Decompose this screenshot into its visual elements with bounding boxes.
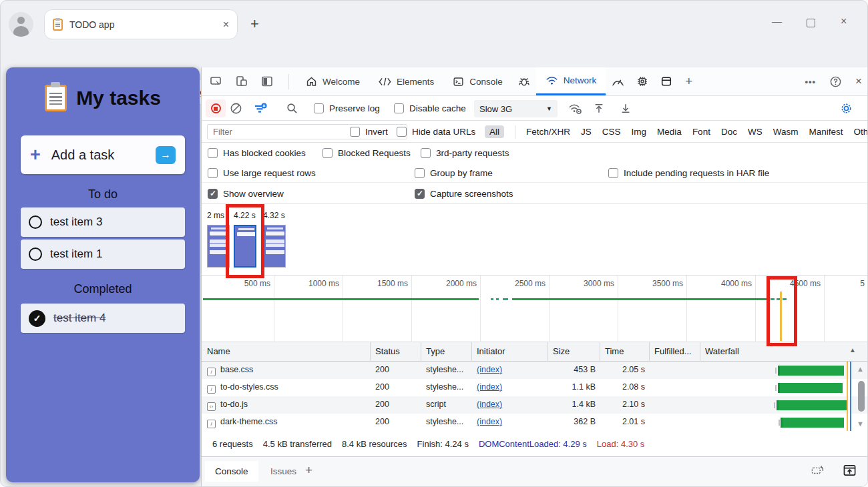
column-status[interactable]: Status (375, 346, 400, 356)
tab-close-icon[interactable]: × (223, 19, 229, 31)
screenshot-filmstrip: 2 ms 4.22 s 4.32 s (202, 204, 868, 276)
column-size[interactable]: Size (553, 346, 570, 356)
request-row[interactable]: /base.css 200 styleshe... (index) 453 B … (202, 362, 868, 379)
tab-network[interactable]: Network (536, 67, 606, 95)
inspect-element-icon[interactable] (210, 75, 223, 88)
blocked-requests-option[interactable]: Blocked Requests (322, 143, 411, 163)
show-overview-option[interactable]: Show overview (208, 183, 284, 204)
filter-chip[interactable]: Wasm (773, 127, 799, 137)
column-initiator[interactable]: Initiator (477, 346, 505, 356)
tab-memory[interactable] (630, 67, 654, 95)
profile-avatar[interactable] (9, 12, 33, 37)
column-name[interactable]: Name (207, 346, 230, 356)
help-icon[interactable] (829, 75, 842, 88)
clear-network-log-button[interactable] (230, 96, 242, 121)
tab-application[interactable] (654, 67, 678, 95)
column-waterfall[interactable]: Waterfall (705, 346, 739, 356)
network-conditions-button[interactable] (568, 96, 582, 121)
column-time[interactable]: Time (605, 346, 624, 356)
tab-welcome[interactable]: Welcome (296, 67, 369, 95)
capture-screenshots-checkbox[interactable] (415, 189, 425, 199)
show-overview-checkbox[interactable] (208, 189, 218, 199)
devtools-close-button[interactable]: × (855, 75, 862, 88)
filter-chip[interactable]: Img (632, 127, 647, 137)
invert-checkbox[interactable] (350, 127, 360, 137)
request-row[interactable]: /dark-theme.css 200 styleshe... (index) … (202, 414, 868, 431)
throttling-select[interactable]: Slow 3G ▼ (474, 100, 558, 117)
initiator-link[interactable]: (index) (477, 365, 502, 374)
scrollbar-up-icon[interactable]: ▲ (857, 365, 864, 373)
checked-circle-icon[interactable]: ✓ (29, 310, 45, 327)
initiator-link[interactable]: (index) (477, 400, 502, 409)
devtools-menu-button[interactable]: ••• (805, 77, 816, 87)
invert-option[interactable]: Invert (350, 121, 388, 143)
initiator-link[interactable]: (index) (477, 382, 502, 392)
unchecked-circle-icon[interactable] (29, 248, 42, 261)
device-emulation-icon[interactable] (235, 75, 248, 88)
initiator-link[interactable]: (index) (477, 417, 502, 426)
dock-side-icon[interactable] (260, 75, 274, 88)
filter-button[interactable] (254, 96, 267, 121)
task-item[interactable]: test item 1 (21, 239, 185, 269)
filter-chip[interactable]: Other (853, 127, 868, 137)
script-file-icon: ‹› (207, 402, 216, 411)
new-tab-button[interactable]: + (250, 15, 259, 33)
filter-chip[interactable]: Media (657, 127, 682, 137)
request-row[interactable]: ‹›to-do.js 200 script (index) 1.4 kB 2.1… (202, 396, 868, 414)
disable-cache-option[interactable]: Disable cache (394, 96, 466, 121)
waterfall-bar (777, 400, 847, 410)
expand-panel-icon[interactable] (843, 464, 857, 477)
maximize-button[interactable] (807, 19, 815, 27)
group-by-frame-option[interactable]: Group by frame (415, 163, 493, 183)
filter-chip-all[interactable]: All (485, 125, 504, 138)
preserve-log-checkbox[interactable] (314, 103, 324, 113)
tab-console[interactable]: Console (443, 67, 512, 95)
include-pending-option[interactable]: Include pending requests in HAR file (608, 163, 769, 183)
drawer-tab-console[interactable]: Console (205, 461, 258, 482)
waterfall-bar (778, 383, 843, 393)
has-blocked-cookies-option[interactable]: Has blocked cookies (208, 143, 306, 163)
device-posture-icon[interactable] (811, 464, 825, 477)
network-settings-button[interactable] (839, 96, 853, 121)
large-request-rows-option[interactable]: Use large request rows (208, 163, 316, 183)
hide-data-urls-checkbox[interactable] (397, 127, 407, 137)
drawer-tab-issues[interactable]: Issues (260, 461, 306, 482)
filter-chip[interactable]: CSS (602, 127, 621, 137)
scrollbar-down-icon[interactable]: ▼ (857, 420, 864, 428)
disable-cache-checkbox[interactable] (394, 103, 404, 113)
screenshot-thumbnail[interactable] (263, 225, 286, 268)
more-tabs-button[interactable]: + (678, 67, 699, 95)
filter-chip[interactable]: Doc (721, 127, 737, 137)
search-button[interactable] (286, 96, 298, 121)
hide-data-urls-option[interactable]: Hide data URLs (397, 121, 475, 143)
import-har-button[interactable] (593, 96, 605, 121)
export-har-button[interactable] (620, 96, 632, 121)
filter-chip[interactable]: Font (692, 127, 710, 137)
task-item-completed[interactable]: ✓ test item 4 (21, 304, 185, 333)
column-fulfilled[interactable]: Fulfilled... (654, 346, 692, 356)
browser-tab[interactable]: TODO app × (44, 9, 238, 39)
filter-chip[interactable]: Fetch/XHR (526, 127, 570, 137)
filter-chip[interactable]: Manifest (809, 127, 843, 137)
sort-arrow-icon[interactable]: ▲ (849, 346, 856, 354)
filter-chip[interactable]: WS (748, 127, 763, 137)
record-network-log-button[interactable] (206, 99, 226, 117)
drawer-add-tab-button[interactable]: + (305, 463, 312, 478)
task-item[interactable]: test item 3 (21, 207, 185, 237)
unchecked-circle-icon[interactable] (29, 215, 42, 229)
request-row[interactable]: /to-do-styles.css 200 styleshe... (index… (202, 379, 868, 396)
tab-performance[interactable] (606, 67, 630, 95)
add-task-field[interactable]: + Add a task → (21, 135, 185, 174)
tab-issues[interactable] (512, 67, 536, 95)
filmstrip-frame[interactable]: 4.32 s (263, 211, 290, 268)
capture-screenshots-option[interactable]: Capture screenshots (415, 183, 513, 204)
third-party-requests-option[interactable]: 3rd-party requests (421, 143, 509, 163)
filter-chip[interactable]: JS (581, 127, 592, 137)
minimize-button[interactable]: — (772, 15, 782, 27)
column-type[interactable]: Type (426, 346, 445, 356)
preserve-log-option[interactable]: Preserve log (314, 96, 380, 121)
window-close-button[interactable]: × (841, 15, 847, 27)
scrollbar-thumb[interactable] (858, 381, 865, 412)
tab-elements[interactable]: Elements (369, 67, 443, 95)
submit-task-button[interactable]: → (156, 146, 176, 164)
